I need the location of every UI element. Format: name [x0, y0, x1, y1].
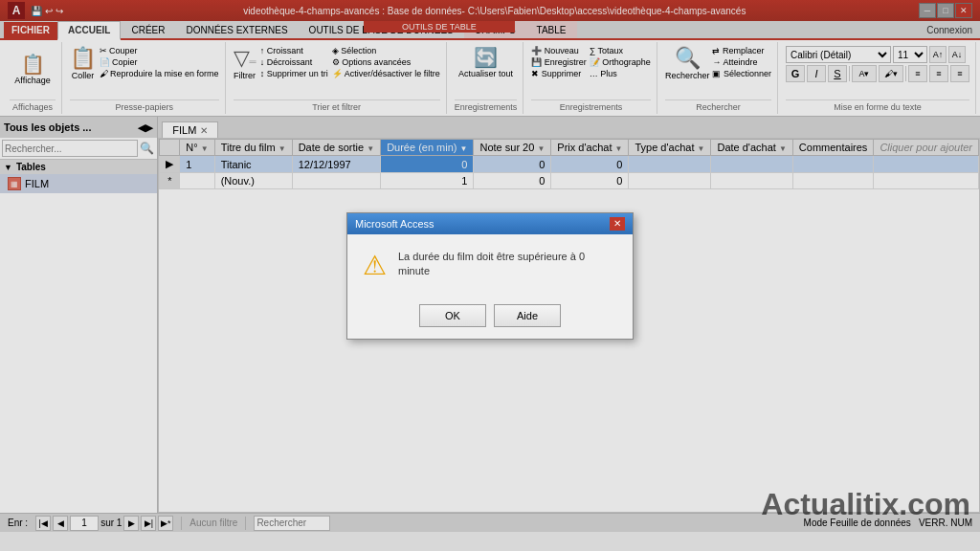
dialog-titlebar: Microsoft Access ✕: [347, 213, 633, 234]
dialog-close-button[interactable]: ✕: [610, 217, 625, 231]
dialog-buttons: OK Aide: [347, 297, 633, 339]
dialog-title: Microsoft Access: [355, 218, 434, 230]
dialog-overlay: Microsoft Access ✕ ⚠ La durée du film do…: [0, 0, 980, 551]
warning-icon: ⚠: [363, 250, 387, 281]
ok-button[interactable]: OK: [419, 304, 486, 327]
aide-button[interactable]: Aide: [494, 304, 561, 327]
dialog: Microsoft Access ✕ ⚠ La durée du film do…: [346, 212, 634, 340]
dialog-body: ⚠ La durée du film doit être supérieure …: [347, 234, 633, 297]
dialog-message: La durée du film doit être supérieure à …: [398, 250, 617, 279]
